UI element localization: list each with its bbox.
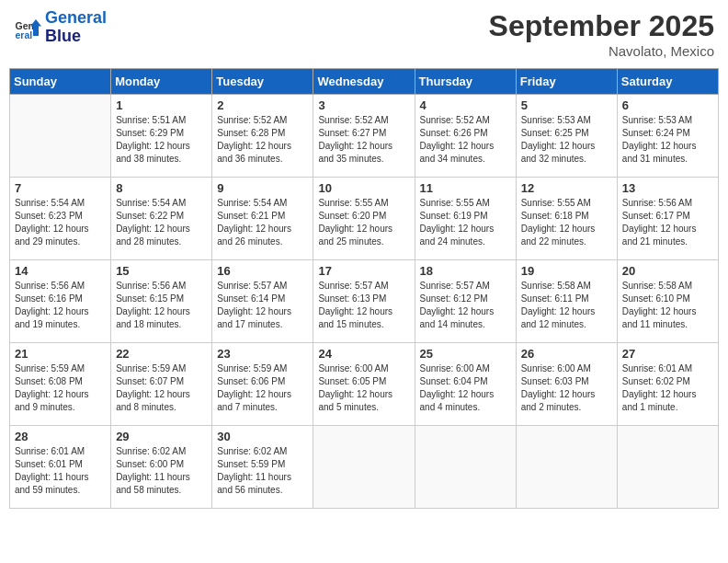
- calendar-cell: 20Sunrise: 5:58 AM Sunset: 6:10 PM Dayli…: [617, 260, 718, 343]
- calendar-cell: [516, 426, 617, 509]
- calendar-cell: 27Sunrise: 6:01 AM Sunset: 6:02 PM Dayli…: [617, 343, 718, 426]
- day-info: Sunrise: 5:59 AM Sunset: 6:08 PM Dayligh…: [15, 362, 106, 414]
- calendar-cell: 4Sunrise: 5:52 AM Sunset: 6:26 PM Daylig…: [415, 95, 516, 178]
- calendar-cell: 16Sunrise: 5:57 AM Sunset: 6:14 PM Dayli…: [212, 260, 313, 343]
- day-number: 15: [116, 264, 207, 278]
- day-number: 16: [217, 264, 308, 278]
- day-header-wednesday: Wednesday: [313, 69, 415, 95]
- calendar-cell: 21Sunrise: 5:59 AM Sunset: 6:08 PM Dayli…: [10, 343, 111, 426]
- day-info: Sunrise: 5:58 AM Sunset: 6:10 PM Dayligh…: [622, 280, 713, 331]
- day-info: Sunrise: 5:51 AM Sunset: 6:29 PM Dayligh…: [116, 114, 207, 166]
- calendar-cell: 30Sunrise: 6:02 AM Sunset: 5:59 PM Dayli…: [212, 426, 313, 509]
- week-row-3: 14Sunrise: 5:56 AM Sunset: 6:16 PM Dayli…: [10, 260, 719, 343]
- day-number: 4: [420, 98, 511, 112]
- day-number: 30: [217, 430, 308, 443]
- calendar-cell: 1Sunrise: 5:51 AM Sunset: 6:29 PM Daylig…: [111, 95, 212, 178]
- calendar-cell: 11Sunrise: 5:55 AM Sunset: 6:19 PM Dayli…: [415, 178, 516, 260]
- day-number: 1: [116, 98, 207, 112]
- week-row-4: 21Sunrise: 5:59 AM Sunset: 6:08 PM Dayli…: [10, 343, 719, 426]
- calendar-header-row: SundayMondayTuesdayWednesdayThursdayFrid…: [10, 69, 719, 95]
- day-header-friday: Friday: [516, 69, 617, 95]
- title-block: September 2025 Navolato, Mexico: [489, 9, 714, 59]
- day-info: Sunrise: 5:56 AM Sunset: 6:17 PM Dayligh…: [622, 197, 713, 248]
- day-info: Sunrise: 5:54 AM Sunset: 6:21 PM Dayligh…: [217, 197, 308, 248]
- calendar-cell: [10, 95, 111, 178]
- day-number: 12: [521, 181, 612, 195]
- calendar-body: 1Sunrise: 5:51 AM Sunset: 6:29 PM Daylig…: [10, 95, 719, 509]
- day-info: Sunrise: 5:55 AM Sunset: 6:20 PM Dayligh…: [318, 197, 409, 248]
- day-info: Sunrise: 5:53 AM Sunset: 6:24 PM Dayligh…: [622, 114, 713, 166]
- calendar-cell: 9Sunrise: 5:54 AM Sunset: 6:21 PM Daylig…: [212, 178, 313, 260]
- calendar-cell: 7Sunrise: 5:54 AM Sunset: 6:23 PM Daylig…: [10, 178, 111, 260]
- calendar-cell: 6Sunrise: 5:53 AM Sunset: 6:24 PM Daylig…: [617, 95, 718, 178]
- calendar-cell: 15Sunrise: 5:56 AM Sunset: 6:15 PM Dayli…: [111, 260, 212, 343]
- day-number: 9: [217, 181, 308, 195]
- logo-icon: Gen eral: [14, 14, 41, 41]
- calendar-cell: 3Sunrise: 5:52 AM Sunset: 6:27 PM Daylig…: [313, 95, 415, 178]
- day-number: 23: [217, 347, 308, 361]
- day-number: 28: [15, 430, 106, 443]
- calendar-cell: [313, 426, 415, 509]
- day-number: 13: [622, 181, 713, 195]
- calendar-cell: [617, 426, 718, 509]
- day-info: Sunrise: 5:56 AM Sunset: 6:16 PM Dayligh…: [15, 280, 106, 331]
- day-info: Sunrise: 5:58 AM Sunset: 6:11 PM Dayligh…: [521, 280, 612, 331]
- day-info: Sunrise: 5:55 AM Sunset: 6:18 PM Dayligh…: [521, 197, 612, 248]
- week-row-5: 28Sunrise: 6:01 AM Sunset: 6:01 PM Dayli…: [10, 426, 719, 509]
- day-info: Sunrise: 5:53 AM Sunset: 6:25 PM Dayligh…: [521, 114, 612, 166]
- day-number: 29: [116, 430, 207, 443]
- week-row-1: 1Sunrise: 5:51 AM Sunset: 6:29 PM Daylig…: [10, 95, 719, 178]
- calendar-cell: 17Sunrise: 5:57 AM Sunset: 6:13 PM Dayli…: [313, 260, 415, 343]
- calendar-cell: 29Sunrise: 6:02 AM Sunset: 6:00 PM Dayli…: [111, 426, 212, 509]
- day-info: Sunrise: 6:02 AM Sunset: 5:59 PM Dayligh…: [217, 445, 308, 497]
- calendar-cell: 13Sunrise: 5:56 AM Sunset: 6:17 PM Dayli…: [617, 178, 718, 260]
- day-info: Sunrise: 5:54 AM Sunset: 6:23 PM Dayligh…: [15, 197, 106, 248]
- day-number: 5: [521, 98, 612, 112]
- day-info: Sunrise: 6:02 AM Sunset: 6:00 PM Dayligh…: [116, 445, 207, 497]
- calendar-cell: 26Sunrise: 6:00 AM Sunset: 6:03 PM Dayli…: [516, 343, 617, 426]
- calendar-cell: 18Sunrise: 5:57 AM Sunset: 6:12 PM Dayli…: [415, 260, 516, 343]
- day-info: Sunrise: 5:54 AM Sunset: 6:22 PM Dayligh…: [116, 197, 207, 248]
- day-number: 6: [622, 98, 713, 112]
- day-header-thursday: Thursday: [415, 69, 516, 95]
- calendar-cell: 14Sunrise: 5:56 AM Sunset: 6:16 PM Dayli…: [10, 260, 111, 343]
- day-info: Sunrise: 5:55 AM Sunset: 6:19 PM Dayligh…: [420, 197, 511, 248]
- day-number: 3: [318, 98, 409, 112]
- day-info: Sunrise: 5:59 AM Sunset: 6:06 PM Dayligh…: [217, 362, 308, 414]
- calendar-cell: 12Sunrise: 5:55 AM Sunset: 6:18 PM Dayli…: [516, 178, 617, 260]
- day-header-monday: Monday: [111, 69, 212, 95]
- day-number: 8: [116, 181, 207, 195]
- day-number: 7: [15, 181, 106, 195]
- logo-text: GeneralBlue: [45, 9, 107, 46]
- month-title: September 2025: [489, 9, 714, 43]
- svg-text:eral: eral: [16, 29, 33, 40]
- calendar-cell: 28Sunrise: 6:01 AM Sunset: 6:01 PM Dayli…: [10, 426, 111, 509]
- page-header: Gen eral GeneralBlue September 2025 Navo…: [9, 9, 719, 59]
- day-number: 22: [116, 347, 207, 361]
- day-info: Sunrise: 6:01 AM Sunset: 6:02 PM Dayligh…: [622, 362, 713, 414]
- day-info: Sunrise: 6:00 AM Sunset: 6:05 PM Dayligh…: [318, 362, 409, 414]
- day-header-saturday: Saturday: [617, 69, 718, 95]
- day-number: 2: [217, 98, 308, 112]
- day-number: 24: [318, 347, 409, 361]
- calendar-cell: 25Sunrise: 6:00 AM Sunset: 6:04 PM Dayli…: [415, 343, 516, 426]
- day-number: 20: [622, 264, 713, 278]
- calendar-cell: 22Sunrise: 5:59 AM Sunset: 6:07 PM Dayli…: [111, 343, 212, 426]
- calendar-table: SundayMondayTuesdayWednesdayThursdayFrid…: [9, 68, 719, 509]
- day-info: Sunrise: 5:52 AM Sunset: 6:26 PM Dayligh…: [420, 114, 511, 166]
- calendar-cell: 5Sunrise: 5:53 AM Sunset: 6:25 PM Daylig…: [516, 95, 617, 178]
- day-info: Sunrise: 5:57 AM Sunset: 6:12 PM Dayligh…: [420, 280, 511, 331]
- calendar-cell: 24Sunrise: 6:00 AM Sunset: 6:05 PM Dayli…: [313, 343, 415, 426]
- day-number: 25: [420, 347, 511, 361]
- day-number: 10: [318, 181, 409, 195]
- day-info: Sunrise: 6:01 AM Sunset: 6:01 PM Dayligh…: [15, 445, 106, 497]
- calendar-cell: 10Sunrise: 5:55 AM Sunset: 6:20 PM Dayli…: [313, 178, 415, 260]
- calendar-cell: 8Sunrise: 5:54 AM Sunset: 6:22 PM Daylig…: [111, 178, 212, 260]
- calendar-cell: [415, 426, 516, 509]
- week-row-2: 7Sunrise: 5:54 AM Sunset: 6:23 PM Daylig…: [10, 178, 719, 260]
- day-number: 11: [420, 181, 511, 195]
- day-info: Sunrise: 5:52 AM Sunset: 6:27 PM Dayligh…: [318, 114, 409, 166]
- day-number: 21: [15, 347, 106, 361]
- day-number: 27: [622, 347, 713, 361]
- day-info: Sunrise: 6:00 AM Sunset: 6:03 PM Dayligh…: [521, 362, 612, 414]
